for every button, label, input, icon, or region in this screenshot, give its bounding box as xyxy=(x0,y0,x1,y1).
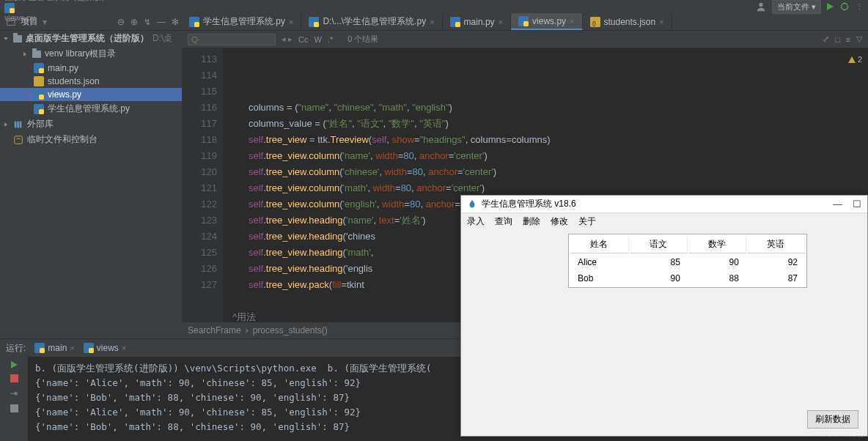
chevron-down-icon xyxy=(4,37,8,40)
user-icon[interactable] xyxy=(756,1,766,12)
tab-student-system[interactable]: 学生信息管理系统.py × xyxy=(182,13,301,30)
run-tab-views[interactable]: views× xyxy=(84,343,126,353)
table-row[interactable]: Alice859092 xyxy=(570,255,805,270)
run-tab-main[interactable]: main× xyxy=(34,343,74,353)
svg-rect-27 xyxy=(20,121,22,127)
tk-menu-bar: 录入 查询 删除 修改 关于 xyxy=(461,213,867,229)
run-side-toolbar: ⇥ xyxy=(0,357,28,441)
scratch-label: 临时文件和控制台 xyxy=(27,133,98,146)
minimize-icon[interactable]: — xyxy=(833,199,842,210)
th-math[interactable]: 数学 xyxy=(689,236,746,253)
python-icon xyxy=(34,104,44,114)
tk-treeview[interactable]: 姓名 语文 数学 英语 Alice859092Bob908887 xyxy=(568,234,807,288)
find-tool-icon[interactable]: ≡ xyxy=(846,35,850,44)
filter-icon[interactable]: ▽ xyxy=(856,34,862,44)
stop-icon[interactable] xyxy=(10,374,18,382)
project-root[interactable]: 桌面版学生管理系统（进阶版） D:\桌 xyxy=(0,31,182,46)
match-case[interactable]: Cc xyxy=(298,35,308,44)
close-icon[interactable]: × xyxy=(659,18,663,26)
svg-rect-13 xyxy=(455,22,460,27)
scratch-icon xyxy=(13,135,23,145)
tab-views[interactable]: views.py × xyxy=(511,13,582,30)
find-tool-icon[interactable]: □ xyxy=(835,35,840,44)
find-tool-icon[interactable]: ⤢ xyxy=(823,34,829,44)
json-icon xyxy=(34,76,44,86)
th-chinese[interactable]: 语文 xyxy=(630,236,688,253)
external-libs[interactable]: 外部库 xyxy=(0,116,182,132)
file-students-json[interactable]: students.json xyxy=(0,75,182,88)
svg-point-2 xyxy=(759,3,762,7)
rerun-icon[interactable] xyxy=(11,361,18,368)
library-icon xyxy=(13,119,23,130)
close-icon[interactable]: × xyxy=(289,18,293,26)
file-views[interactable]: views.py xyxy=(0,88,182,101)
tk-menu-query[interactable]: 查询 xyxy=(495,215,512,228)
tab-student-system-path[interactable]: D:\...\学生信息管理系统.py × xyxy=(301,13,442,30)
venv-folder[interactable]: venv library根目录 xyxy=(0,46,182,62)
navigation-bar: 面版学生管理系统（进阶版） › views.py 当前文件 ▾ ⋮ xyxy=(0,0,868,13)
svg-rect-31 xyxy=(40,348,45,353)
th-name[interactable]: 姓名 xyxy=(570,236,629,253)
tk-menu-insert[interactable]: 录入 xyxy=(467,215,485,228)
svg-point-3 xyxy=(842,4,848,10)
project-label: 项目 xyxy=(21,15,38,28)
folder-icon xyxy=(32,51,41,58)
file-label: students.json xyxy=(48,76,100,86)
warning-icon xyxy=(848,56,856,63)
th-english[interactable]: 英语 xyxy=(748,236,805,253)
editor-tab-row: 项目 ▾ ⊖ ⊕ ↯ — ✻ 学生信息管理系统.py × D:\...\学生信息… xyxy=(0,13,868,31)
search-input[interactable] xyxy=(188,34,276,45)
run-icon[interactable] xyxy=(827,3,834,10)
inspection-status[interactable]: 2 xyxy=(848,51,862,67)
tk-menu-delete[interactable]: 删除 xyxy=(523,215,540,228)
chevron-right-icon xyxy=(4,122,7,127)
expand-icon[interactable]: ⊕ xyxy=(128,17,141,27)
locate-icon[interactable]: ↯ xyxy=(141,17,154,27)
tk-menu-modify[interactable]: 修改 xyxy=(551,215,568,228)
project-root-hint: D:\桌 xyxy=(152,32,172,45)
tk-titlebar[interactable]: 学生信息管理系统 v18.6 — ☐ xyxy=(461,196,867,213)
svg-rect-20 xyxy=(34,76,44,86)
svg-rect-15 xyxy=(523,21,529,26)
breadcrumb-segment[interactable]: 面版学生管理系统（进阶版） xyxy=(4,0,109,1)
close-icon[interactable]: × xyxy=(430,18,434,26)
debug-icon[interactable] xyxy=(839,1,850,12)
close-icon[interactable]: × xyxy=(570,17,574,26)
file-student-system[interactable]: 学生信息管理系统.py xyxy=(0,101,182,116)
python-icon xyxy=(34,63,44,73)
settings-icon[interactable]: ✻ xyxy=(169,17,182,27)
project-tool-button[interactable]: 项目 ▾ xyxy=(0,15,53,28)
step-icon[interactable] xyxy=(10,404,18,412)
step-icon[interactable]: ⇥ xyxy=(10,388,18,399)
crumb-b: process_students() xyxy=(253,325,328,336)
line-gutter: 1131141151161171181191201211221231241251… xyxy=(182,48,223,322)
tab-label: views.py xyxy=(532,16,566,26)
run-label: 运行: xyxy=(6,342,26,355)
svg-rect-1 xyxy=(10,8,15,13)
tab-students-json[interactable]: {} students.json × xyxy=(583,13,672,30)
scratch-console[interactable]: 临时文件和控制台 xyxy=(0,132,182,147)
hide-icon[interactable]: — xyxy=(154,17,169,27)
tab-label: D:\...\学生信息管理系统.py xyxy=(323,15,426,28)
refresh-button[interactable]: 刷新数据 xyxy=(807,410,858,429)
more-icon[interactable]: ⋮ xyxy=(856,2,864,12)
maximize-icon[interactable]: ☐ xyxy=(853,199,861,210)
regex[interactable]: .* xyxy=(328,35,333,44)
tk-menu-about[interactable]: 关于 xyxy=(578,215,596,228)
file-label: 学生信息管理系统.py xyxy=(48,103,130,115)
collapse-icon[interactable]: ⊖ xyxy=(114,17,128,27)
tab-main[interactable]: main.py × xyxy=(443,13,511,30)
svg-rect-24 xyxy=(39,109,44,114)
run-config-dropdown[interactable]: 当前文件 ▾ xyxy=(772,0,821,14)
svg-rect-33 xyxy=(89,348,94,353)
close-icon[interactable]: × xyxy=(499,18,503,26)
tk-window[interactable]: 学生信息管理系统 v18.6 — ☐ 录入 查询 删除 修改 关于 姓名 语文 … xyxy=(460,195,868,437)
file-main[interactable]: main.py xyxy=(0,62,182,75)
table-row[interactable]: Bob908887 xyxy=(570,271,805,286)
svg-rect-9 xyxy=(194,22,199,27)
python-icon xyxy=(34,89,44,100)
crumb-a: SearchFrame xyxy=(188,325,241,336)
tk-title-text: 学生信息管理系统 v18.6 xyxy=(482,198,576,210)
words[interactable]: W xyxy=(315,35,322,44)
project-sidebar[interactable]: 桌面版学生管理系统（进阶版） D:\桌 venv library根目录 main… xyxy=(0,31,182,338)
